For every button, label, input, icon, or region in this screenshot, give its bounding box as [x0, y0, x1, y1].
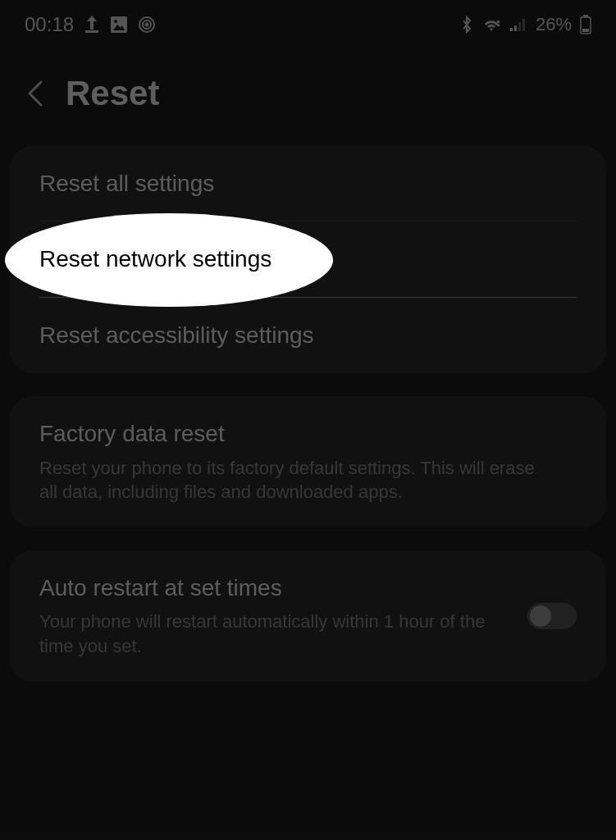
svg-rect-17	[582, 29, 589, 32]
back-button[interactable]	[25, 77, 46, 110]
status-bar: 00:18 26%	[0, 0, 616, 49]
status-left: 00:18	[25, 13, 156, 36]
svg-rect-16	[583, 15, 588, 17]
auto-restart-item[interactable]: Auto restart at set times Your phone wil…	[10, 550, 606, 682]
item-title: Reset all settings	[39, 169, 577, 199]
reset-all-settings-item[interactable]: Reset all settings	[10, 146, 606, 221]
auto-restart-toggle[interactable]	[527, 603, 577, 629]
item-description: Reset your phone to its factory default …	[39, 456, 548, 504]
reset-network-settings-item[interactable]: Reset network settings	[10, 221, 606, 297]
signal-icon	[509, 17, 527, 32]
item-description: Your phone will restart automatically wi…	[39, 609, 511, 658]
svg-rect-0	[85, 30, 98, 33]
header: Reset	[0, 49, 616, 146]
svg-marker-2	[87, 16, 97, 21]
reset-accessibility-settings-item[interactable]: Reset accessibility settings	[10, 298, 606, 373]
upload-icon	[84, 16, 100, 34]
svg-rect-12	[514, 25, 517, 31]
factory-data-reset-item[interactable]: Factory data reset Reset your phone to i…	[10, 396, 606, 527]
svg-rect-13	[518, 22, 521, 31]
battery-percent: 26%	[536, 14, 572, 35]
factory-reset-card: Factory data reset Reset your phone to i…	[10, 396, 606, 527]
svg-point-5	[114, 20, 117, 23]
target-icon	[138, 16, 156, 34]
bluetooth-icon	[460, 16, 473, 34]
status-right: 26%	[460, 14, 591, 35]
svg-marker-9	[497, 21, 500, 23]
svg-point-8	[146, 24, 148, 26]
image-icon	[110, 16, 128, 34]
item-title: Factory data reset	[39, 419, 577, 449]
item-title: Reset network settings	[39, 244, 577, 274]
status-time: 00:18	[25, 13, 74, 36]
auto-restart-card: Auto restart at set times Your phone wil…	[10, 550, 606, 682]
item-title: Reset accessibility settings	[39, 321, 577, 350]
svg-rect-14	[522, 19, 525, 31]
reset-options-card: Reset all settings Reset network setting…	[10, 146, 606, 373]
item-title: Auto restart at set times	[39, 573, 511, 603]
page-title: Reset	[66, 74, 159, 113]
battery-icon	[580, 15, 591, 34]
svg-rect-11	[510, 28, 513, 31]
wifi-icon	[481, 16, 501, 33]
svg-marker-10	[497, 24, 500, 26]
